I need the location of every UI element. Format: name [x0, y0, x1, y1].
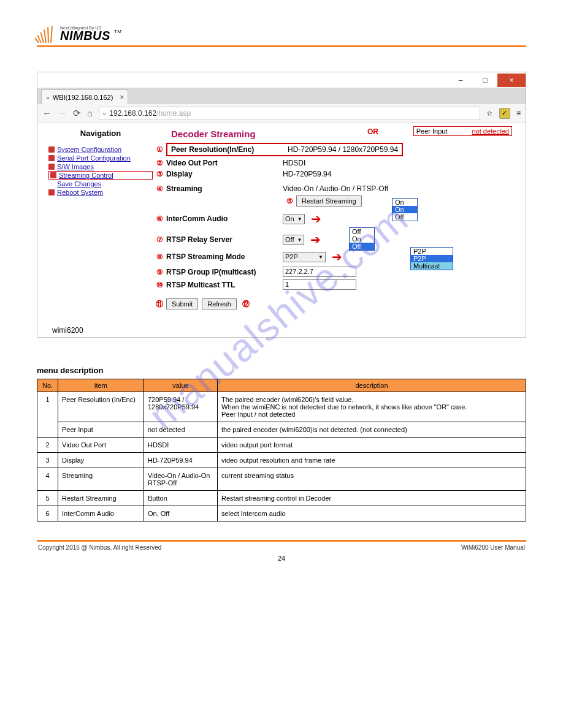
- logo-wordmark: NIMBUS TM: [60, 29, 122, 43]
- marker-12: ⑫: [239, 299, 253, 309]
- nav-system-configuration[interactable]: System Configuration: [48, 145, 153, 154]
- cell-desc: The paired encoder (wimi6200)'s field va…: [218, 392, 526, 422]
- window-maximize-button[interactable]: □: [473, 74, 497, 87]
- peer-resolution-value: HD-720P59.94 / 1280x720P59.94: [288, 145, 398, 154]
- cell-value: Button: [144, 491, 218, 506]
- option-on[interactable]: On: [393, 206, 417, 213]
- rtsp-ttl-input[interactable]: 1: [283, 279, 356, 290]
- nav-reload-icon[interactable]: ⟳: [73, 108, 81, 119]
- window-close-button[interactable]: ×: [497, 74, 526, 87]
- cell-value: Video-On / Audio-On RTSP-Off: [144, 468, 218, 491]
- cell-desc: the paired encoder (wimi6200)is not dete…: [218, 422, 526, 438]
- rtsp-relay-select[interactable]: Off: [283, 235, 304, 245]
- nav-link[interactable]: S/W Images: [57, 163, 94, 170]
- rtsp-relay-options[interactable]: Off On Off: [349, 227, 375, 251]
- address-bar[interactable]: ▫ 192.168.0.162 /home.asp: [99, 107, 480, 120]
- marker-1: ①: [153, 145, 166, 154]
- option-on[interactable]: On: [350, 235, 374, 243]
- cell-no: 4: [37, 468, 58, 491]
- option-on-header: On: [393, 199, 417, 206]
- cell-item: Peer Resolution (In/Enc): [58, 392, 144, 422]
- marker-11: ⑪: [153, 299, 166, 309]
- section-title: menu description: [37, 366, 526, 375]
- option-off-header: Off: [350, 228, 374, 235]
- nav-reboot-system[interactable]: Reboot System: [48, 188, 153, 197]
- th-no: No.: [37, 379, 58, 392]
- navigation-sidebar: Navigation System Configuration Serial P…: [48, 129, 153, 328]
- nav-link[interactable]: Serial Port Configuration: [57, 154, 131, 162]
- cell-no: 6: [37, 506, 58, 521]
- intercomm-audio-options[interactable]: On On Off: [392, 198, 418, 221]
- table-row: 1 Peer Resolution (In/Enc) 720P59.94 / 1…: [37, 392, 526, 422]
- marker-2: ②: [153, 159, 166, 167]
- nav-save-changes[interactable]: Save Changes: [57, 180, 153, 188]
- submit-button[interactable]: Submit: [166, 298, 198, 309]
- refresh-button[interactable]: Refresh: [202, 298, 237, 309]
- bookmark-star-icon[interactable]: ☆: [486, 109, 493, 118]
- url-host: 192.168.0.162: [109, 109, 156, 118]
- cell-value: HDSDI: [144, 438, 218, 453]
- option-multicast[interactable]: Multicast: [411, 262, 453, 270]
- cell-item: InterComm Audio: [58, 506, 144, 521]
- page-number: 24: [37, 555, 526, 562]
- marker-6: ⑥: [153, 214, 166, 223]
- nav-bullet-icon: [48, 146, 55, 153]
- nav-forward-icon: →: [58, 108, 67, 119]
- peer-input-callout: Peer Input not detected: [413, 126, 512, 136]
- intercomm-audio-select[interactable]: On: [283, 214, 305, 224]
- cell-no: 3: [37, 453, 58, 468]
- option-p2p-header: P2P: [411, 248, 453, 255]
- cell-desc: video output resolution and frame rate: [218, 453, 526, 468]
- rtsp-ttl-label: RTSP Multicast TTL: [166, 281, 283, 289]
- rtsp-mode-label: RTSP Streaming Mode: [166, 252, 283, 261]
- peer-input-label: Peer Input: [416, 127, 448, 135]
- restart-streaming-button[interactable]: Restart Streaming: [296, 195, 362, 207]
- marker-4: ④: [153, 184, 166, 193]
- model-code: wimi6200: [52, 326, 83, 335]
- nav-sw-images[interactable]: S/W Images: [48, 162, 153, 171]
- nav-bullet-icon: [48, 155, 55, 161]
- extension-icon[interactable]: ✓: [499, 108, 510, 119]
- table-row: 5 Restart Streaming Button Restart strea…: [37, 491, 526, 506]
- cell-item: Video Out Port: [58, 438, 144, 453]
- nav-home-icon[interactable]: ⌂: [87, 108, 93, 119]
- cell-no: 1: [37, 392, 58, 438]
- peer-resolution-label: Peer Resolution(In/Enc): [171, 145, 288, 154]
- cell-item: Restart Streaming: [58, 491, 144, 506]
- nav-link[interactable]: System Configuration: [57, 146, 121, 153]
- video-out-port-value: HDSDI: [283, 159, 305, 167]
- logo-tm: TM: [114, 29, 122, 34]
- option-p2p[interactable]: P2P: [411, 255, 453, 262]
- cell-desc: video output port format: [218, 438, 526, 453]
- nav-link[interactable]: Reboot System: [57, 189, 103, 196]
- rtsp-group-ip-input[interactable]: 227.2.2.7: [283, 267, 356, 277]
- nav-streaming-control[interactable]: Streaming Control: [48, 171, 153, 180]
- rtsp-mode-select[interactable]: P2P: [283, 252, 326, 262]
- display-value: HD-720P59.94: [283, 170, 331, 178]
- window-minimize-button[interactable]: –: [448, 74, 473, 87]
- nav-serial-port-configuration[interactable]: Serial Port Configuration: [48, 154, 153, 162]
- nav-link[interactable]: Streaming Control: [59, 172, 113, 179]
- rtsp-mode-options[interactable]: P2P P2P Multicast: [410, 247, 453, 270]
- cell-item: Display: [58, 453, 144, 468]
- browser-tab[interactable]: ▫ WBI(192.168.0.162) ×: [41, 89, 128, 104]
- marker-5: ⑤: [283, 197, 296, 205]
- table-row: 6 InterComm Audio On, Off select Interco…: [37, 506, 526, 521]
- tab-close-icon[interactable]: ×: [120, 93, 124, 102]
- menu-hamburger-icon[interactable]: ≡: [516, 109, 521, 118]
- video-out-port-label: Video Out Port: [166, 159, 283, 167]
- footer-copyright: Copyright 2015 @ Nimbus, All right Reser…: [38, 544, 161, 551]
- option-off[interactable]: Off: [393, 213, 417, 221]
- arrow-annotation-icon: ➔: [311, 211, 321, 226]
- cell-item: Streaming: [58, 468, 144, 491]
- streaming-label: Streaming: [166, 184, 283, 193]
- nav-back-icon[interactable]: ←: [42, 108, 52, 119]
- url-path: /home.asp: [156, 109, 191, 118]
- th-value: value: [144, 379, 218, 392]
- intercomm-audio-label: InterComm Audio: [166, 214, 283, 223]
- arrow-annotation-icon: ➔: [332, 249, 342, 264]
- peer-input-value: not detected: [472, 127, 509, 135]
- nav-bullet-icon: [50, 172, 56, 178]
- rtsp-relay-label: RTSP Relay Server: [166, 235, 283, 244]
- th-item: item: [58, 379, 144, 392]
